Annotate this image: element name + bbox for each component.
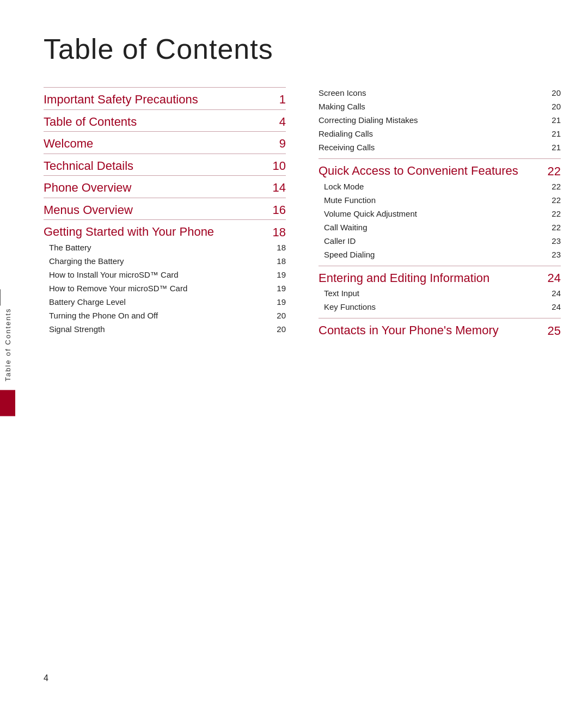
left-column: Important Safety Precautions 1 Table of … — [44, 87, 286, 340]
toc-minor-remove-microsd-num: 19 — [277, 284, 286, 293]
toc-major-menus: Menus Overview 16 — [44, 203, 286, 218]
divider-phone — [44, 175, 286, 176]
toc-major-welcome: Welcome 9 — [44, 136, 286, 151]
toc-major-entering-label: Entering and Editing Information — [318, 271, 548, 286]
toc-minor-charging-label: Charging the Battery — [49, 255, 277, 267]
toc-minor-screen-icons-label: Screen Icons — [318, 87, 552, 99]
toc-major-toc: Table of Contents 4 — [44, 114, 286, 130]
toc-columns: Important Safety Precautions 1 Table of … — [44, 87, 561, 340]
toc-major-safety-label: Important Safety Precautions — [44, 92, 279, 107]
toc-minor-redialing: Redialing Calls 21 — [318, 128, 561, 139]
getting-started-minor-group: The Battery 18 Charging the Battery 18 H… — [44, 242, 286, 335]
toc-minor-text-input-label: Text Input — [324, 287, 552, 299]
toc-minor-call-waiting-label: Call Waiting — [324, 222, 552, 233]
toc-minor-install-microsd-num: 19 — [277, 270, 286, 279]
toc-minor-text-input: Text Input 24 — [324, 287, 561, 299]
toc-minor-speed-dialing: Speed Dialing 23 — [324, 249, 561, 260]
page-title: Table of Contents — [44, 33, 561, 65]
toc-minor-charging-num: 18 — [277, 256, 286, 266]
toc-minor-mute-num: 22 — [552, 195, 561, 205]
toc-major-phone-num: 14 — [273, 181, 286, 195]
toc-major-menus-num: 16 — [273, 203, 286, 217]
toc-major-entering-num: 24 — [548, 271, 561, 285]
toc-minor-screen-icons: Screen Icons 20 — [318, 87, 561, 99]
toc-minor-signal-strength: Signal Strength 20 — [49, 323, 286, 335]
toc-minor-install-microsd-label: How to Install Your microSD™ Card — [49, 269, 277, 280]
toc-minor-call-waiting-num: 22 — [552, 223, 561, 232]
toc-minor-turning-on-off-label: Turning the Phone On and Off — [49, 310, 277, 321]
toc-major-contacts-num: 25 — [548, 324, 561, 338]
toc-major-entering: Entering and Editing Information 24 — [318, 271, 561, 286]
toc-minor-key-functions-num: 24 — [552, 302, 561, 311]
toc-minor-correcting-dialing-label: Correcting Dialing Mistakes — [318, 114, 552, 126]
toc-major-contacts-label: Contacts in Your Phone's Memory — [318, 323, 548, 338]
right-column: Screen Icons 20 Making Calls 20 Correcti… — [318, 87, 561, 340]
toc-minor-redialing-num: 21 — [552, 129, 561, 138]
toc-minor-speed-dialing-num: 23 — [552, 250, 561, 259]
toc-minor-battery-charge-num: 19 — [277, 297, 286, 306]
page: Table of Contents 4 Table of Contents Im… — [0, 0, 588, 705]
toc-minor-caller-id: Caller ID 23 — [324, 235, 561, 247]
toc-minor-signal-strength-label: Signal Strength — [49, 323, 277, 335]
toc-minor-battery: The Battery 18 — [49, 242, 286, 253]
toc-minor-receiving-calls-label: Receiving Calls — [318, 142, 552, 153]
toc-minor-screen-icons-num: 20 — [552, 88, 561, 97]
toc-minor-battery-num: 18 — [277, 243, 286, 252]
toc-minor-mute-label: Mute Function — [324, 194, 552, 206]
toc-minor-key-functions-label: Key Functions — [324, 301, 552, 312]
toc-minor-making-calls-label: Making Calls — [318, 101, 552, 112]
toc-minor-battery-charge-label: Battery Charge Level — [49, 296, 277, 308]
divider-toc — [44, 109, 286, 110]
divider-menus — [44, 198, 286, 198]
toc-minor-lock-mode-label: Lock Mode — [324, 181, 552, 192]
right-intro-group: Screen Icons 20 Making Calls 20 Correcti… — [318, 87, 561, 153]
toc-major-getting-started-num: 18 — [273, 225, 286, 240]
toc-major-safety: Important Safety Precautions 1 — [44, 92, 286, 107]
toc-minor-turning-on-off-num: 20 — [277, 311, 286, 320]
toc-major-quick-access: Quick Access to Convenient Features 22 — [318, 163, 561, 179]
toc-minor-caller-id-label: Caller ID — [324, 235, 552, 247]
toc-minor-making-calls-num: 20 — [552, 102, 561, 111]
toc-major-menus-label: Menus Overview — [44, 203, 273, 218]
toc-minor-receiving-calls-num: 21 — [552, 143, 561, 152]
toc-major-phone: Phone Overview 14 — [44, 180, 286, 195]
divider-entering — [318, 266, 561, 266]
toc-major-technical: Technical Details 10 — [44, 158, 286, 174]
divider-quick-access — [318, 158, 561, 159]
toc-minor-remove-microsd: How to Remove Your microSD™ Card 19 — [49, 283, 286, 294]
toc-minor-volume-label: Volume Quick Adjustment — [324, 208, 552, 219]
toc-major-welcome-label: Welcome — [44, 136, 279, 151]
quick-access-minor-group: Lock Mode 22 Mute Function 22 Volume Qui… — [318, 181, 561, 260]
toc-minor-text-input-num: 24 — [552, 289, 561, 298]
toc-minor-battery-charge: Battery Charge Level 19 — [49, 296, 286, 308]
toc-major-technical-label: Technical Details — [44, 158, 273, 174]
toc-minor-remove-microsd-label: How to Remove Your microSD™ Card — [49, 283, 277, 294]
toc-minor-speed-dialing-label: Speed Dialing — [324, 249, 552, 260]
toc-major-toc-label: Table of Contents — [44, 114, 279, 130]
toc-minor-correcting-dialing-num: 21 — [552, 115, 561, 125]
side-line — [0, 289, 15, 305]
divider-safety — [44, 87, 286, 88]
toc-minor-volume-num: 22 — [552, 209, 561, 218]
divider-technical — [44, 154, 286, 154]
toc-major-technical-num: 10 — [273, 159, 286, 173]
toc-major-phone-label: Phone Overview — [44, 180, 273, 195]
toc-minor-key-functions: Key Functions 24 — [324, 301, 561, 312]
entering-minor-group: Text Input 24 Key Functions 24 — [318, 287, 561, 312]
divider-contacts — [318, 318, 561, 318]
divider-welcome — [44, 131, 286, 132]
toc-minor-caller-id-num: 23 — [552, 236, 561, 246]
toc-major-getting-started: Getting Started with Your Phone 18 — [44, 224, 286, 240]
toc-major-safety-num: 1 — [279, 93, 286, 107]
toc-minor-call-waiting: Call Waiting 22 — [324, 222, 561, 233]
toc-minor-mute: Mute Function 22 — [324, 194, 561, 206]
toc-minor-lock-mode-num: 22 — [552, 182, 561, 191]
toc-major-quick-access-label: Quick Access to Convenient Features — [318, 163, 548, 179]
divider-getting-started — [44, 219, 286, 220]
side-tab-label: Table of Contents — [4, 308, 12, 381]
toc-minor-lock-mode: Lock Mode 22 — [324, 181, 561, 192]
toc-minor-volume: Volume Quick Adjustment 22 — [324, 208, 561, 219]
page-number: 4 — [44, 673, 48, 683]
toc-major-welcome-num: 9 — [279, 137, 286, 151]
toc-minor-making-calls: Making Calls 20 — [318, 101, 561, 112]
